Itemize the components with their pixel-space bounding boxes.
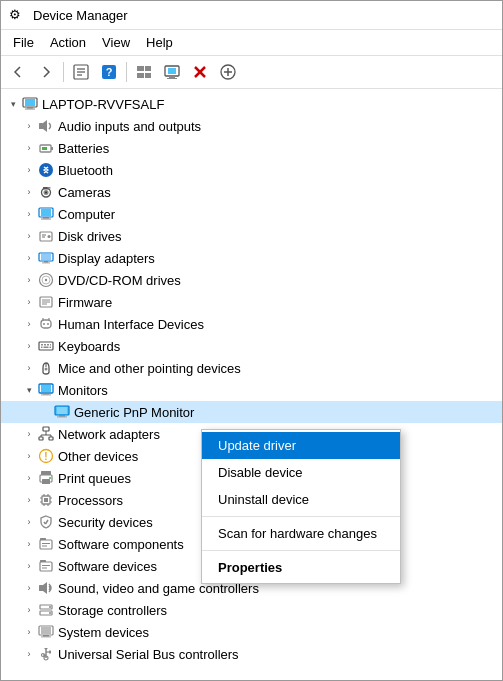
svg-rect-63 xyxy=(44,347,49,349)
forward-button[interactable] xyxy=(33,59,59,85)
tree-item-cameras[interactable]: Cameras xyxy=(1,181,502,203)
tree-item-dvd[interactable]: DVD/CD-ROM drives xyxy=(1,269,502,291)
storage-icon xyxy=(37,602,55,618)
svg-rect-62 xyxy=(41,347,43,349)
cameras-label: Cameras xyxy=(58,185,111,200)
ctx-uninstall-device[interactable]: Uninstall device xyxy=(202,486,400,513)
root-computer-icon xyxy=(21,96,39,112)
help-button[interactable]: ? xyxy=(96,59,122,85)
tree-item-generic-pnp[interactable]: Generic PnP Monitor xyxy=(1,401,502,423)
disk-icon xyxy=(37,228,55,244)
scan-button[interactable] xyxy=(159,59,185,85)
back-button[interactable] xyxy=(5,59,31,85)
disk-label: Disk drives xyxy=(58,229,122,244)
svg-line-99 xyxy=(46,520,49,524)
svg-rect-8 xyxy=(137,73,144,78)
software-comp-arrow xyxy=(21,536,37,552)
firmware-icon xyxy=(37,294,55,310)
svg-rect-100 xyxy=(40,540,52,549)
svg-rect-52 xyxy=(41,320,51,328)
svg-rect-105 xyxy=(40,560,46,562)
svg-rect-64 xyxy=(50,347,52,349)
mice-icon xyxy=(37,360,55,376)
svg-rect-104 xyxy=(40,562,52,571)
svg-point-30 xyxy=(45,192,47,194)
svg-rect-42 xyxy=(41,254,51,260)
tree-item-system[interactable]: System devices xyxy=(1,621,502,643)
ctx-disable-device[interactable]: Disable device xyxy=(202,459,400,486)
processors-label: Processors xyxy=(58,493,123,508)
svg-rect-107 xyxy=(42,568,47,569)
view-button[interactable] xyxy=(131,59,157,85)
cameras-arrow xyxy=(21,184,37,200)
svg-text:?: ? xyxy=(106,66,113,78)
network-arrow xyxy=(21,426,37,442)
svg-rect-23 xyxy=(39,123,43,129)
keyboards-label: Keyboards xyxy=(58,339,120,354)
tree-item-computer[interactable]: Computer xyxy=(1,203,502,225)
svg-rect-72 xyxy=(57,407,67,414)
tree-item-audio[interactable]: Audio inputs and outputs xyxy=(1,115,502,137)
toolbar: ? xyxy=(1,56,502,89)
software-comp-icon xyxy=(37,536,55,552)
ctx-update-driver[interactable]: Update driver xyxy=(202,432,400,459)
remove-button[interactable] xyxy=(187,59,213,85)
menu-action[interactable]: Action xyxy=(42,32,94,53)
tree-item-storage[interactable]: Storage controllers xyxy=(1,599,502,621)
cameras-icon xyxy=(37,184,55,200)
audio-icon xyxy=(37,118,55,134)
tree-item-monitors[interactable]: Monitors xyxy=(1,379,502,401)
tree-item-hid[interactable]: Human Interface Devices xyxy=(1,313,502,335)
security-arrow xyxy=(21,514,37,530)
computer-arrow xyxy=(21,206,37,222)
svg-rect-43 xyxy=(44,261,48,263)
tree-item-display[interactable]: Display adapters xyxy=(1,247,502,269)
other-arrow xyxy=(21,448,37,464)
svg-rect-86 xyxy=(42,479,50,484)
svg-rect-22 xyxy=(25,109,35,110)
system-arrow xyxy=(21,624,37,640)
menu-file[interactable]: File xyxy=(5,32,42,53)
computer-icon xyxy=(37,206,55,222)
svg-point-47 xyxy=(45,279,47,281)
print-icon xyxy=(37,470,55,486)
tree-item-disk[interactable]: Disk drives xyxy=(1,225,502,247)
tree-item-bluetooth[interactable]: Bluetooth xyxy=(1,159,502,181)
tree-item-firmware[interactable]: Firmware xyxy=(1,291,502,313)
tree-item-usb[interactable]: Universal Serial Bus controllers xyxy=(1,643,502,665)
bluetooth-arrow xyxy=(21,162,37,178)
tree-root[interactable]: LAPTOP-RVVFSALF xyxy=(1,93,502,115)
ctx-scan-changes[interactable]: Scan for hardware changes xyxy=(202,520,400,547)
processors-icon xyxy=(37,492,55,508)
tree-item-keyboards[interactable]: Keyboards xyxy=(1,335,502,357)
mice-arrow xyxy=(21,360,37,376)
other-icon: ! xyxy=(37,448,55,464)
properties-button[interactable] xyxy=(68,59,94,85)
ctx-properties[interactable]: Properties xyxy=(202,554,400,581)
processors-arrow xyxy=(21,492,37,508)
menu-bar: File Action View Help xyxy=(1,30,502,56)
svg-marker-118 xyxy=(44,648,48,650)
svg-point-112 xyxy=(49,612,51,614)
display-label: Display adapters xyxy=(58,251,155,266)
svg-text:!: ! xyxy=(44,451,47,462)
security-label: Security devices xyxy=(58,515,153,530)
bluetooth-label: Bluetooth xyxy=(58,163,113,178)
generic-pnp-icon xyxy=(53,404,71,420)
network-label: Network adapters xyxy=(58,427,160,442)
monitors-icon xyxy=(37,382,55,398)
dvd-icon xyxy=(37,272,55,288)
sound-arrow xyxy=(21,580,37,596)
svg-rect-70 xyxy=(41,395,51,396)
svg-rect-77 xyxy=(49,437,53,440)
menu-help[interactable]: Help xyxy=(138,32,181,53)
tree-item-mice[interactable]: Mice and other pointing devices xyxy=(1,357,502,379)
print-label: Print queues xyxy=(58,471,131,486)
tree-item-batteries[interactable]: Batteries xyxy=(1,137,502,159)
svg-rect-36 xyxy=(41,219,51,220)
menu-view[interactable]: View xyxy=(94,32,138,53)
svg-rect-26 xyxy=(51,147,53,150)
svg-rect-61 xyxy=(50,344,51,346)
monitors-label: Monitors xyxy=(58,383,108,398)
update-button[interactable] xyxy=(215,59,241,85)
